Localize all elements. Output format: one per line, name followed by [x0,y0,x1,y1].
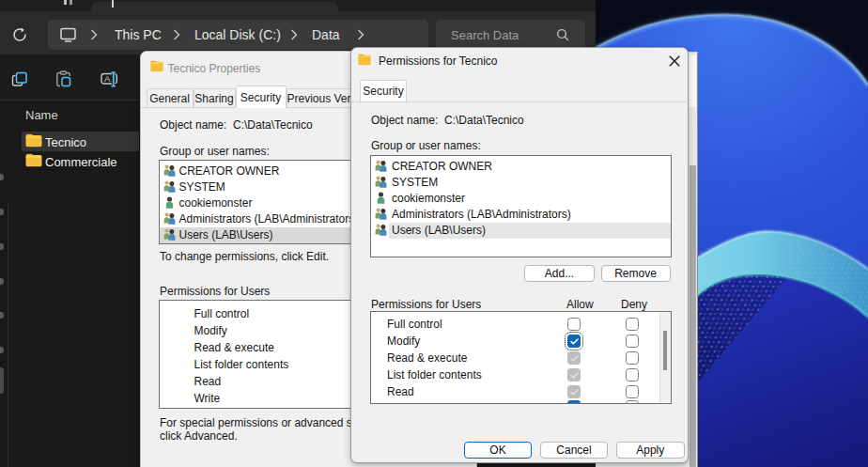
svg-text:A: A [104,73,111,84]
